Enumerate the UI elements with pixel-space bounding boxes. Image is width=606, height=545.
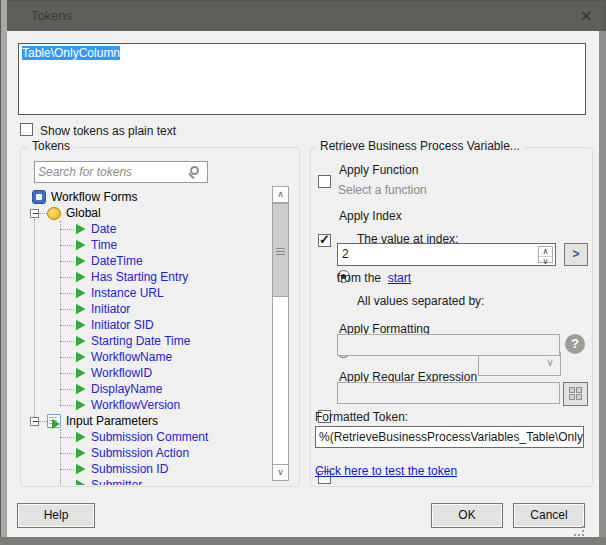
grid-icon [569,387,582,400]
tree-item-label: Submission ID [91,462,168,477]
tree-item-date[interactable]: Date [30,221,262,237]
tree-item-workflowname[interactable]: WorkflowName [30,349,262,365]
tree-item-label: Submission Comment [91,430,208,445]
tree-connector [60,309,74,310]
tree-connector [39,213,47,214]
tree-item-workflowid[interactable]: WorkflowID [30,365,262,381]
tree-connector-line [60,221,61,405]
regex-builder-button[interactable] [563,382,588,406]
tree-connector [39,421,47,422]
tree-item-workflowversion[interactable]: WorkflowVersion [30,397,262,413]
token-editor[interactable]: Table\OnlyColumn [18,43,586,115]
index-value-field[interactable]: 2 ∧∨ [337,243,556,266]
scrollbar-up-icon[interactable]: ∧ [273,187,288,203]
token-arrow-icon [76,480,85,485]
resize-grip[interactable] [574,526,584,536]
tree-item-label: WorkflowVersion [91,398,180,413]
help-button[interactable]: Help [17,503,95,528]
expander-minus-icon [30,209,39,218]
titlebar: Tokens ✕ [7,1,605,31]
spinner-up-icon[interactable]: ∧ [539,247,552,256]
close-icon[interactable]: ✕ [580,1,592,31]
tree-item-label: Input Parameters [66,414,158,429]
formatted-token-label: Formatted Token: [315,410,408,424]
tree-item-submission-id[interactable]: Submission ID [30,461,262,477]
tree-item-label: Starting Date Time [91,334,190,349]
help-icon[interactable]: ? [565,334,585,354]
tree-connector [60,293,74,294]
test-token-link[interactable]: Click here to test the token [315,464,457,478]
regex-field[interactable] [337,382,560,404]
tree-connector [60,453,74,454]
expander-minus-icon [30,417,39,426]
tree-connector [60,245,74,246]
tree-connector [60,325,74,326]
tree-connector [60,229,74,230]
scrollbar-down-icon[interactable]: ∨ [273,464,288,480]
tree-item-has-starting-entry[interactable]: Has Starting Entry [30,269,262,285]
token-arrow-icon [76,288,85,298]
tree-scrollbar[interactable]: ∧ ∨ [272,186,289,481]
tree-item-time[interactable]: Time [30,237,262,253]
token-search-box[interactable] [34,161,208,183]
selected-token-text: Table\OnlyColumn [22,46,120,60]
search-input[interactable] [38,163,183,181]
tree-connector [60,373,74,374]
formatting-field[interactable] [337,334,560,356]
token-arrow-icon [76,240,85,250]
tree-item-initiator[interactable]: Initiator [30,301,262,317]
tree-item-submission-action[interactable]: Submission Action [30,445,262,461]
tree-item-input-parameters[interactable]: Input Parameters [30,413,262,429]
tree-connector [60,485,74,486]
tree-item-label: DisplayName [91,382,162,397]
token-arrow-icon [76,368,85,378]
apply-function-label: Apply Function [339,163,418,177]
token-arrow-icon [76,304,85,314]
from-the-label: from the [337,271,381,285]
tree-connector-line [60,429,61,485]
apply-function-checkbox[interactable] [318,175,331,188]
tree-item-initiator-sid[interactable]: Initiator SID [30,317,262,333]
tree-item-instance-url[interactable]: Instance URL [30,285,262,301]
token-arrow-icon [76,384,85,394]
token-arrow-icon [76,320,85,330]
spinner-down-icon[interactable]: ∨ [539,256,552,266]
tree-connector [60,341,74,342]
tree-item-global[interactable]: Global [30,205,262,221]
tree-connector [60,261,74,262]
scrollbar-thumb[interactable] [273,203,288,297]
from-the-text: from the start [337,271,411,285]
tree-item-label: Has Starting Entry [91,270,188,285]
tree-item-starting-date-time[interactable]: Starting Date Time [30,333,262,349]
plain-text-checkbox[interactable] [20,123,33,136]
tree-item-workflow-forms[interactable]: Workflow Forms [30,189,262,205]
ok-button[interactable]: OK [431,503,503,528]
tree-item-submission-comment[interactable]: Submission Comment [30,429,262,445]
formatted-token-field[interactable]: %(RetrieveBusinessProcessVariables_Table… [315,426,584,448]
token-arrow-icon [76,272,85,282]
select-function-text: Select a function [338,183,427,197]
tree-connector [60,437,74,438]
tree-item-displayname[interactable]: DisplayName [30,381,262,397]
expand-token-button[interactable]: > [564,243,588,266]
tree-item-label: Date [91,222,116,237]
tree-item-label: Initiator SID [91,318,154,333]
tree-item-label: DateTime [91,254,143,269]
index-spinner[interactable]: ∧∨ [538,246,553,263]
token-arrow-icon [76,256,85,266]
token-arrow-icon [76,432,85,442]
cancel-button[interactable]: Cancel [513,503,585,528]
search-icon [190,166,199,175]
tree-connector-line [34,219,35,421]
chevron-down-icon: ∨ [546,356,554,369]
apply-index-checkbox[interactable] [318,234,331,247]
tree-item-datetime[interactable]: DateTime [30,253,262,269]
start-link[interactable]: start [388,271,411,285]
window-left-border [0,0,7,545]
tree-item-submitter[interactable]: Submitter [30,477,262,485]
tokens-group-label: Tokens [28,140,74,153]
window-right-border [599,31,606,537]
scrollbar-grip-icon [276,248,285,249]
tree-connector [60,389,74,390]
tree-item-label: Submitter [91,478,142,486]
